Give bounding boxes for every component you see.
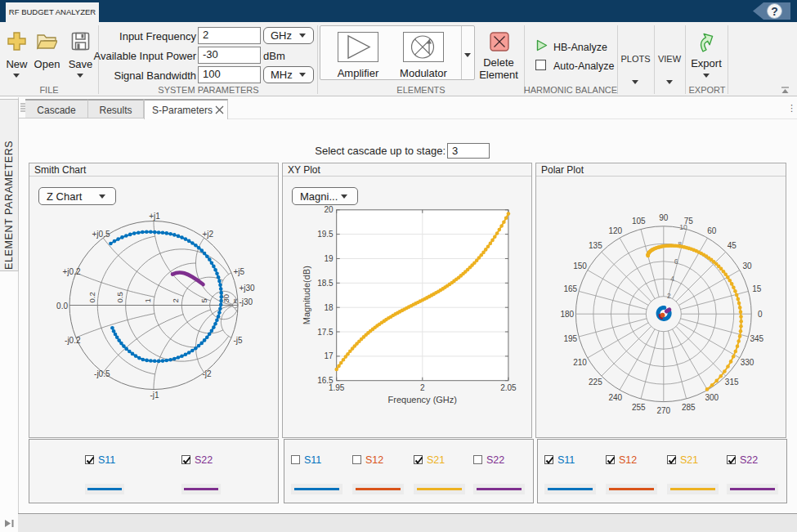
svg-text:2: 2: [171, 298, 180, 302]
svg-text:19.5: 19.5: [317, 230, 334, 239]
svg-text:240: 240: [608, 393, 622, 402]
svg-text:Magnitude(dB): Magnitude(dB): [302, 266, 311, 324]
svg-text:-j2: -j2: [203, 369, 213, 378]
svg-text:10: 10: [679, 223, 687, 231]
svg-text:-j0.2: -j0.2: [65, 336, 81, 345]
svg-text:18.5: 18.5: [317, 279, 334, 288]
svg-text:1: 1: [143, 298, 152, 302]
svg-text:+j0.5: +j0.5: [92, 230, 110, 239]
svg-text:+j0.2: +j0.2: [63, 267, 81, 276]
svg-text:2: 2: [420, 383, 425, 392]
svg-text:345: 345: [750, 334, 763, 343]
svg-text:255: 255: [632, 403, 646, 412]
svg-text:195: 195: [563, 334, 577, 343]
svg-text:105: 105: [632, 217, 646, 226]
svg-text:330: 330: [741, 358, 754, 367]
svg-text:150: 150: [573, 262, 587, 270]
svg-text:225: 225: [589, 378, 602, 387]
svg-text:2: 2: [667, 292, 671, 300]
svg-text:120: 120: [608, 226, 622, 235]
svg-text:+j1: +j1: [149, 212, 160, 221]
svg-text:5: 5: [199, 298, 208, 302]
svg-text:20: 20: [325, 205, 334, 214]
svg-text:1.95: 1.95: [329, 383, 345, 392]
svg-text:0.5: 0.5: [115, 292, 124, 302]
svg-text:19: 19: [325, 254, 334, 263]
svg-text:6: 6: [674, 257, 678, 266]
svg-text:-j0.5: -j0.5: [94, 369, 110, 378]
svg-text:210: 210: [573, 358, 587, 367]
svg-text:0.0: 0.0: [56, 302, 68, 311]
svg-text:∞: ∞: [231, 298, 239, 303]
svg-text:-j5: -j5: [234, 336, 244, 345]
svg-text:4: 4: [670, 275, 674, 283]
svg-text:17.5: 17.5: [317, 328, 334, 337]
svg-text:135: 135: [589, 241, 602, 250]
svg-text:0: 0: [758, 310, 763, 319]
svg-text:+j5: +j5: [234, 267, 245, 276]
svg-text:45: 45: [728, 241, 737, 250]
svg-text:0.2: 0.2: [87, 292, 96, 302]
svg-text:30: 30: [742, 262, 752, 270]
svg-text:18: 18: [325, 303, 334, 312]
svg-text:30: 30: [222, 294, 231, 303]
svg-text:Frequency (GHz): Frequency (GHz): [388, 395, 457, 405]
svg-text:270: 270: [656, 406, 670, 415]
svg-text:165: 165: [563, 284, 577, 293]
svg-text:285: 285: [682, 403, 696, 412]
svg-text:15: 15: [752, 284, 762, 293]
svg-text:+j2: +j2: [203, 230, 214, 239]
svg-text:-j30: -j30: [240, 297, 253, 306]
svg-text:2.05: 2.05: [500, 383, 517, 392]
svg-text:315: 315: [725, 378, 739, 387]
svg-text:17: 17: [325, 351, 334, 360]
svg-text:180: 180: [560, 310, 574, 319]
svg-text:90: 90: [659, 213, 669, 222]
svg-text:300: 300: [705, 393, 719, 402]
svg-text:-j1: -j1: [150, 391, 159, 400]
svg-text:60: 60: [707, 226, 717, 235]
svg-text:+j30: +j30: [240, 284, 256, 293]
